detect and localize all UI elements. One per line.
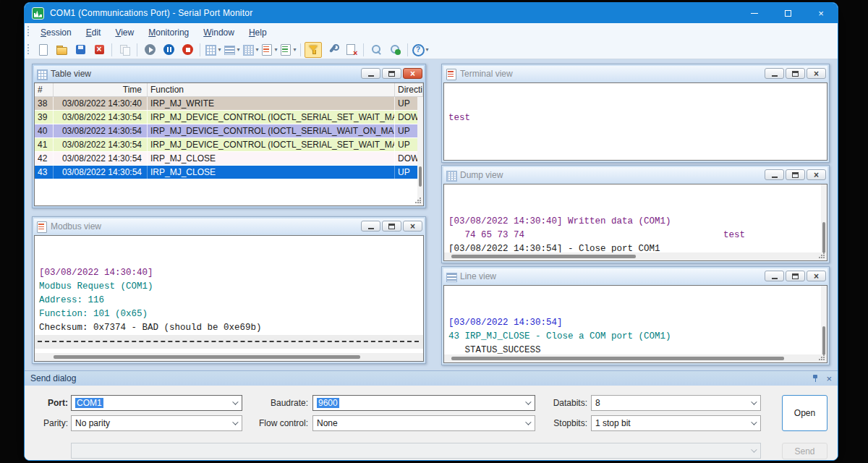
table-maximize-button[interactable] [382,68,401,79]
line-maximize-button[interactable] [786,271,805,281]
line-vertical-scrollbar[interactable] [821,286,827,354]
dump-view-titlebar[interactable]: Dump view × [443,167,827,182]
column-header-direction[interactable]: Direction [395,83,423,96]
menu-item-window[interactable]: Window [196,27,242,38]
modbus-minimize-button[interactable] [361,221,380,232]
send-data-input[interactable] [71,443,761,459]
table-close-button[interactable]: × [403,68,422,79]
setup-button[interactable] [323,42,341,58]
chevron-down-icon[interactable]: ▾ [237,46,239,53]
terminal-view-titlebar[interactable]: Terminal view × [443,66,827,81]
line-view-titlebar[interactable]: Line view × [443,268,827,284]
menu-item-session[interactable]: Session [33,27,79,38]
line-resize-grip[interactable] [818,354,825,361]
mdi-area: Table view × #TimeFunctionDirection 3803… [25,59,838,370]
modbus-maximize-button[interactable] [382,221,401,232]
table-row[interactable]: 3903/08/2022 14:30:54IRP_MJ_DEVICE_CONTR… [35,111,423,124]
minimize-button[interactable] [738,3,771,23]
modbus-view-title: Modbus view [51,221,101,232]
terminal-view-body[interactable]: test [443,82,827,161]
close-session-icon [93,43,106,56]
parity-select[interactable]: No parity [71,415,242,431]
pin-icon[interactable] [812,374,819,383]
menu-item-help[interactable]: Help [242,27,274,38]
table-cell: 42 [35,152,54,165]
column-header-time[interactable]: Time [54,83,148,96]
dump-minimize-button[interactable] [765,169,784,180]
modbus-view-titlebar[interactable]: Modbus view × [34,218,424,234]
send-dialog-titlebar[interactable]: Send dialog × [25,371,838,386]
modbus-close-button[interactable]: × [403,221,422,232]
stop-monitoring-button[interactable] [179,42,196,58]
dump-horizontal-scrollbar[interactable] [444,252,827,260]
table-row-selected[interactable]: 4303/08/2022 14:30:54IRP_MJ_CLOSEUP [35,166,423,179]
start-monitoring-button[interactable] [141,42,158,58]
save-session-button[interactable] [72,42,89,58]
chevron-down-icon [751,419,757,425]
menu-item-edit[interactable]: Edit [79,27,109,38]
copy-button[interactable] [116,42,133,58]
table-header[interactable]: #TimeFunctionDirection [35,83,423,97]
terminal-maximize-button[interactable] [786,68,805,79]
pause-monitoring-button[interactable] [160,42,177,58]
open-session-button[interactable] [53,42,70,58]
dump-maximize-button[interactable] [786,169,805,180]
line-close-button[interactable]: × [807,271,826,281]
chevron-down-icon[interactable]: ▾ [274,46,277,53]
send-dialog-close-icon[interactable]: × [826,374,832,383]
table-resize-grip[interactable] [414,197,422,204]
help-button[interactable]: ▾ [412,42,429,58]
table-row[interactable]: 4203/08/2022 14:30:54IRP_MJ_CLOSEDOWN [35,152,423,166]
dump-vertical-scrollbar[interactable] [821,184,827,252]
dump-resize-grip[interactable] [818,252,825,259]
line-view-button[interactable]: ▾ [223,42,240,58]
baudrate-value: 9600 [317,398,339,408]
chevron-down-icon[interactable]: ▾ [218,46,221,53]
new-session-button[interactable] [34,42,51,58]
table-cell: IRP_MJ_DEVICE_CONTROL (IOCTL_SERIAL_SET_… [148,138,395,151]
table-row[interactable]: 3803/08/2022 14:30:40IRP_MJ_WRITEUP [35,97,423,111]
line-view-window: Line view × [03/08/2022 14:30:54]43 IRP_… [441,266,830,365]
send-button[interactable]: Send [782,443,827,459]
close-button[interactable]: × [804,3,838,23]
table-minimize-button[interactable] [361,68,380,79]
filter-button[interactable] [305,42,322,58]
table-row[interactable]: 4003/08/2022 14:30:54IRP_MJ_DEVICE_CONTR… [35,124,423,138]
search-next-button[interactable] [386,42,404,58]
open-session-icon [56,43,68,56]
modbus-view-button[interactable]: ▾ [260,42,278,58]
terminal-view-button[interactable]: ▾ [279,42,297,58]
help-icon [412,43,424,56]
close-session-button[interactable] [90,42,108,58]
databits-select[interactable]: 8 [591,395,761,411]
menu-item-monitoring[interactable]: Monitoring [141,27,196,38]
table-view-titlebar[interactable]: Table view × [34,66,424,81]
search-next-icon [389,43,401,56]
chevron-down-icon[interactable]: ▾ [425,46,428,53]
column-header-function[interactable]: Function [148,83,395,96]
maximize-button[interactable] [771,3,804,23]
search-button[interactable] [367,42,385,58]
terminal-close-button[interactable]: × [807,68,826,79]
open-button[interactable]: Open [782,395,827,431]
line-minimize-button[interactable] [765,271,784,281]
table-view-button[interactable]: ▾ [204,42,221,58]
menu-item-view[interactable]: View [108,27,141,38]
column-header-num[interactable]: # [35,83,54,96]
table-view-window: Table view × #TimeFunctionDirection 3803… [32,64,426,208]
table-cell: 03/08/2022 14:30:54 [54,166,148,179]
dump-view-button[interactable]: ▾ [242,42,259,58]
flow-control-select[interactable]: None [312,415,535,431]
stopbits-select[interactable]: 1 stop bit [591,415,761,431]
chevron-down-icon[interactable]: ▾ [293,46,296,53]
chevron-down-icon[interactable]: ▾ [255,46,258,53]
baudrate-select[interactable]: 9600 [312,395,535,411]
terminal-minimize-button[interactable] [765,68,784,79]
line-horizontal-scrollbar[interactable] [444,354,827,362]
dump-close-button[interactable]: × [807,169,826,180]
table-row[interactable]: 4103/08/2022 14:30:54IRP_MJ_DEVICE_CONTR… [35,138,423,152]
modbus-horizontal-scrollbar[interactable] [35,353,423,361]
clear-button[interactable] [342,42,359,58]
table-vertical-scrollbar[interactable] [417,97,423,205]
port-select[interactable]: COM1 [71,395,242,411]
